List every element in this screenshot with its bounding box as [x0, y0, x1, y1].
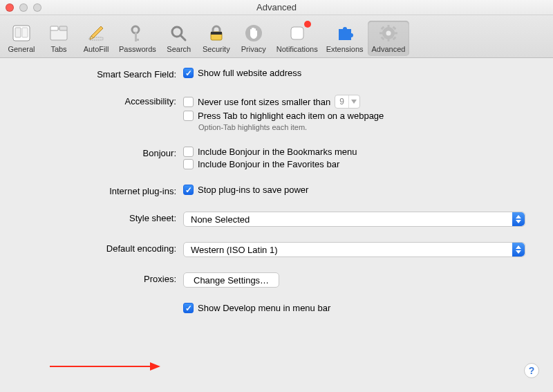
svg-rect-21 — [388, 38, 390, 41]
arrow-annotation-icon — [50, 361, 160, 372]
titlebar: Advanced — [0, 0, 553, 15]
develop-menu-checkbox[interactable] — [183, 303, 194, 313]
close-window-button[interactable] — [6, 3, 14, 12]
chevron-down-icon[interactable] — [348, 95, 359, 108]
encoding-value: Western (ISO Latin 1) — [191, 245, 277, 255]
tab-extensions[interactable]: Extensions — [322, 21, 368, 56]
svg-rect-15 — [211, 32, 222, 35]
svg-marker-32 — [516, 250, 521, 254]
accessibility-label: Accessibility: — [28, 95, 183, 106]
change-settings-label: Change Settings… — [194, 275, 269, 286]
updown-arrows-icon — [512, 212, 525, 226]
tab-privacy[interactable]: Privacy — [235, 21, 272, 56]
stop-plugins-label: Stop plug-ins to save power — [198, 185, 308, 195]
bonjour-favorites-label: Include Bonjour in the Favorites bar — [198, 159, 339, 169]
tab-tabs[interactable]: Tabs — [40, 21, 77, 56]
bonjour-label: Bonjour: — [28, 147, 183, 158]
svg-rect-20 — [388, 25, 390, 28]
bonjour-favorites-checkbox[interactable] — [183, 159, 194, 169]
svg-rect-2 — [22, 28, 28, 37]
svg-rect-17 — [291, 27, 303, 39]
svg-rect-1 — [15, 28, 21, 37]
press-tab-label: Press Tab to highlight each item on a we… — [198, 111, 384, 121]
change-settings-button[interactable]: Change Settings… — [183, 272, 279, 288]
tab-label: Security — [203, 45, 230, 53]
switch-icon — [10, 22, 32, 44]
plugins-label: Internet plug-ins: — [28, 185, 183, 196]
pencil-icon — [85, 22, 107, 44]
proxies-label: Proxies: — [28, 272, 183, 284]
notification-icon — [286, 22, 308, 44]
tabs-icon — [48, 22, 70, 44]
press-tab-sublabel: Option-Tab highlights each item. — [198, 123, 525, 131]
tab-label: Extensions — [326, 45, 364, 53]
bonjour-bookmarks-label: Include Bonjour in the Bookmarks menu — [198, 147, 357, 157]
svg-rect-22 — [379, 32, 383, 35]
min-font-stepper[interactable]: 9 — [335, 95, 360, 109]
tab-search[interactable]: Search — [160, 21, 198, 56]
min-font-value: 9 — [335, 97, 348, 106]
show-full-url-checkbox[interactable] — [183, 68, 194, 78]
minimize-window-button[interactable] — [19, 3, 28, 12]
advanced-panel: Smart Search Field: Show full website ad… — [0, 58, 553, 327]
tab-label: Search — [167, 45, 191, 53]
svg-marker-28 — [351, 100, 357, 104]
window-controls — [6, 3, 41, 12]
tab-label: Privacy — [241, 45, 266, 53]
stylesheet-label: Style sheet: — [28, 212, 183, 223]
tab-autofill[interactable]: AutoFill — [77, 21, 115, 56]
question-mark-icon: ? — [529, 365, 535, 376]
encoding-label: Default encoding: — [28, 242, 183, 254]
smart-search-label: Smart Search Field: — [28, 68, 183, 80]
svg-marker-34 — [150, 362, 160, 371]
svg-rect-11 — [135, 39, 139, 41]
tab-notifications[interactable]: Notifications — [272, 21, 322, 56]
min-font-checkbox[interactable] — [183, 97, 194, 107]
lock-icon — [205, 22, 227, 44]
key-icon — [126, 22, 149, 44]
bonjour-bookmarks-checkbox[interactable] — [183, 147, 194, 157]
tab-advanced[interactable]: Advanced — [368, 21, 410, 56]
tab-label: Advanced — [372, 45, 406, 53]
tab-label: AutoFill — [84, 45, 109, 53]
tab-label: Notifications — [276, 45, 318, 53]
window-title: Advanced — [0, 2, 553, 12]
hand-icon — [243, 22, 265, 44]
tab-passwords[interactable]: Passwords — [115, 21, 160, 56]
magnifier-icon — [168, 22, 190, 44]
press-tab-checkbox[interactable] — [183, 111, 194, 121]
svg-marker-30 — [516, 220, 521, 223]
stylesheet-popup[interactable]: None Selected — [183, 212, 525, 227]
svg-line-13 — [180, 35, 185, 40]
min-font-label: Never use font sizes smaller than — [198, 97, 330, 107]
puzzle-icon — [334, 22, 356, 44]
svg-rect-4 — [50, 26, 58, 30]
stylesheet-value: None Selected — [191, 214, 250, 225]
gear-icon — [377, 22, 400, 44]
develop-menu-label: Show Develop menu in menu bar — [198, 303, 330, 313]
updown-arrows-icon — [512, 243, 525, 256]
preferences-toolbar: General Tabs AutoFill — [0, 15, 553, 58]
tab-security[interactable]: Security — [198, 21, 235, 56]
tab-label: General — [8, 45, 35, 53]
stop-plugins-checkbox[interactable] — [183, 185, 194, 195]
tab-label: Passwords — [119, 45, 156, 53]
encoding-popup[interactable]: Western (ISO Latin 1) — [183, 242, 525, 257]
develop-spacer — [28, 303, 183, 304]
tab-label: Tabs — [50, 45, 66, 53]
svg-point-19 — [386, 31, 391, 36]
badge-dot-icon — [304, 21, 311, 28]
svg-marker-29 — [516, 215, 521, 218]
svg-marker-7 — [91, 26, 103, 38]
svg-rect-5 — [59, 26, 67, 30]
show-full-url-label: Show full website address — [198, 68, 301, 78]
svg-rect-23 — [394, 32, 397, 35]
help-button[interactable]: ? — [524, 363, 539, 378]
tab-general[interactable]: General — [3, 21, 40, 56]
svg-marker-31 — [516, 245, 521, 249]
zoom-window-button[interactable] — [33, 3, 41, 12]
